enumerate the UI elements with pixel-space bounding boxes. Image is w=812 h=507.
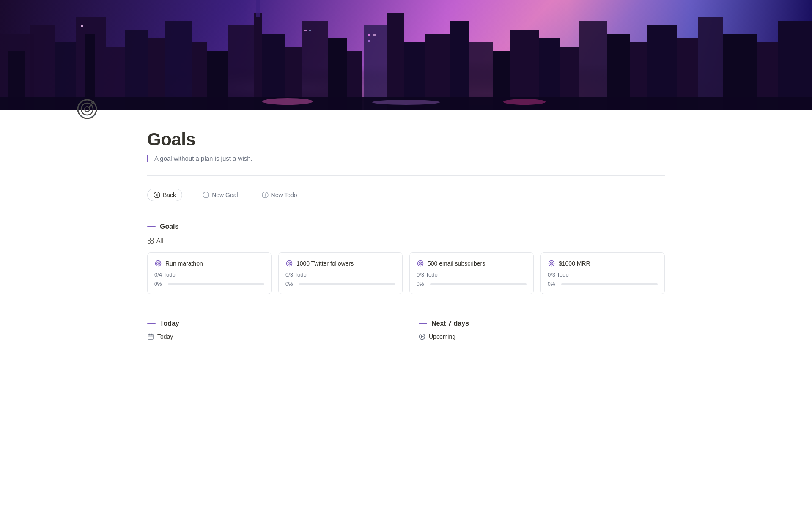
today-item[interactable]: Today [147, 333, 393, 340]
section-dash [147, 226, 156, 227]
filter-all[interactable]: All [147, 237, 163, 244]
next7days-title: Next 7 days [431, 320, 469, 327]
today-header: Today [147, 320, 393, 327]
hero-banner [0, 0, 812, 110]
next7days-section: Next 7 days Upcoming [419, 320, 665, 340]
toolbar: Back New Goal New Todo [147, 184, 665, 206]
new-goal-button[interactable]: New Goal [199, 190, 241, 200]
svg-rect-12 [165, 21, 192, 110]
filter-row: All [147, 237, 665, 244]
goal-card-progress-0: 0% [154, 281, 264, 287]
goal-card-progress-2: 0% [417, 281, 527, 287]
progress-bar-bg-1 [299, 283, 395, 285]
svg-point-78 [551, 263, 552, 264]
today-section: Today Today [147, 320, 393, 340]
svg-point-56 [154, 192, 160, 198]
svg-rect-79 [148, 334, 153, 339]
plus-circle-icon [203, 192, 209, 198]
upcoming-item[interactable]: Upcoming [419, 333, 665, 340]
svg-rect-63 [148, 238, 150, 240]
goal-card-title-3: $1000 MRR [548, 260, 658, 267]
goal-card-progress-3: 0% [548, 281, 658, 287]
goal-card-progress-1: 0% [285, 281, 395, 287]
goal-card-meta-2: 0/3 Todo [417, 271, 527, 278]
play-icon [419, 333, 425, 340]
calendar-icon [147, 333, 154, 340]
new-todo-button[interactable]: New Todo [258, 190, 301, 200]
next7days-header: Next 7 days [419, 320, 665, 327]
svg-rect-33 [450, 21, 469, 110]
svg-rect-65 [148, 241, 150, 243]
svg-point-69 [158, 263, 159, 264]
goal-card-meta-0: 0/4 Todo [154, 271, 264, 278]
grid-icon [147, 237, 154, 244]
goal-card-2[interactable]: 500 email subscribers 0/3 Todo 0% [409, 252, 534, 294]
today-title: Today [160, 320, 179, 327]
back-button[interactable]: Back [147, 189, 182, 201]
goal-card-icon-1 [285, 260, 293, 267]
svg-rect-66 [151, 241, 153, 243]
svg-rect-30 [309, 30, 311, 31]
svg-rect-39 [579, 21, 607, 110]
plus-circle-2-icon [262, 192, 269, 198]
progress-bar-bg-0 [168, 283, 264, 285]
next7days-dash [419, 323, 427, 324]
goal-card-meta-1: 0/3 Todo [285, 271, 395, 278]
bottom-sections: Today Today Next 7 days [147, 320, 665, 340]
svg-point-83 [420, 334, 425, 340]
svg-rect-31 [81, 25, 83, 27]
goal-card-title-2: 500 email subscribers [417, 260, 527, 267]
svg-point-51 [503, 99, 546, 105]
svg-point-75 [420, 263, 421, 264]
goals-grid: Run marathon 0/4 Todo 0% 1000 T [147, 252, 665, 294]
svg-rect-20 [302, 21, 328, 110]
svg-point-72 [289, 263, 290, 264]
svg-point-50 [372, 100, 440, 105]
svg-rect-44 [698, 17, 723, 110]
goals-section-header: Goals [147, 223, 665, 230]
goal-card-title-1: 1000 Twitter followers [285, 260, 395, 267]
goal-card-0[interactable]: Run marathon 0/4 Todo 0% [147, 252, 272, 294]
page-quote: A goal without a plan is just a wish. [147, 155, 665, 162]
svg-rect-17 [256, 0, 260, 17]
page-icon [74, 97, 100, 123]
svg-rect-24 [387, 13, 404, 110]
goal-card-meta-3: 0/3 Todo [548, 271, 658, 278]
progress-bar-bg-3 [561, 283, 658, 285]
goal-card-3[interactable]: $1000 MRR 0/3 Todo 0% [540, 252, 665, 294]
goal-card-icon-3 [548, 260, 555, 267]
goal-card-icon-2 [417, 260, 424, 267]
page-title: Goals [147, 129, 665, 150]
goal-card-1[interactable]: 1000 Twitter followers 0/3 Todo 0% [278, 252, 403, 294]
svg-point-49 [262, 98, 313, 105]
goal-card-title-0: Run marathon [154, 260, 264, 267]
svg-rect-26 [368, 34, 370, 36]
back-icon [154, 192, 160, 198]
svg-rect-27 [373, 34, 376, 36]
svg-rect-16 [254, 13, 262, 110]
goals-section-title: Goals [160, 223, 178, 230]
today-dash [147, 323, 156, 324]
svg-rect-29 [304, 30, 307, 31]
toolbar-divider [147, 209, 665, 209]
svg-rect-47 [778, 21, 812, 110]
goal-card-icon-0 [154, 260, 162, 267]
progress-bar-bg-2 [430, 283, 527, 285]
svg-rect-28 [368, 40, 370, 42]
svg-rect-64 [151, 238, 153, 240]
header-divider [147, 175, 665, 176]
